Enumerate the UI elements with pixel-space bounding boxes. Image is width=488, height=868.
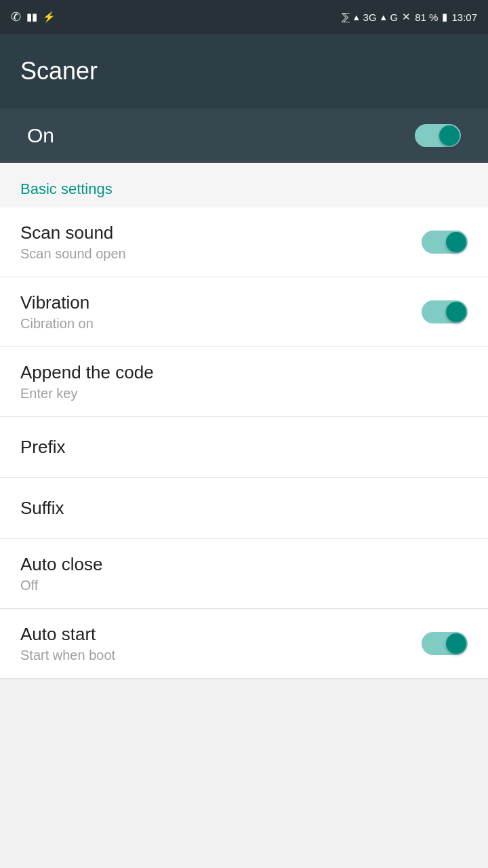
app-title: Scaner [20,57,98,85]
setting-item-auto-close[interactable]: Auto close Off [0,539,488,609]
main-toggle-row[interactable]: On [0,108,488,163]
setting-item-suffix[interactable]: Suffix [0,478,488,539]
scan-sound-label: Scan sound [20,222,126,243]
settings-content: Basic settings Scan sound Scan sound ope… [0,163,488,679]
append-code-desc: Enter key [20,386,154,401]
main-toggle-switch[interactable] [415,124,461,147]
auto-start-knob [446,633,466,654]
main-toggle-label: On [27,124,54,147]
vibration-knob [446,302,466,322]
network-x-icon: ✕ [402,11,411,23]
prefix-label: Prefix [20,437,65,458]
wifi-icon: ▴ [354,11,359,23]
main-toggle-knob [439,125,460,146]
setting-item-vibration[interactable]: Vibration Cibration on [0,277,488,347]
flash-icon: ⚡ [43,11,56,23]
section-header: Basic settings [0,163,488,208]
auto-close-label: Auto close [20,554,102,575]
battery-level: 81 % [415,12,438,23]
status-bar: ✆ ▮▮ ⚡ ⅀ ▴ 3G ▴ G ✕ 81 % ▮ 13:07 [0,0,488,34]
vibration-toggle[interactable] [422,300,468,323]
scan-sound-knob [446,232,466,252]
setting-item-scan-sound[interactable]: Scan sound Scan sound open [0,208,488,277]
network-3g: 3G [363,12,377,23]
phone-icon: ✆ [11,9,21,24]
setting-text-scan-sound: Scan sound Scan sound open [20,222,126,262]
time-display: 13:07 [451,12,477,23]
auto-start-label: Auto start [20,624,115,645]
section-title: Basic settings [20,180,113,197]
setting-text-vibration: Vibration Cibration on [20,292,94,332]
setting-item-append-code[interactable]: Append the code Enter key [0,347,488,417]
setting-item-prefix[interactable]: Prefix [0,417,488,478]
network-g: G [390,12,399,23]
setting-text-prefix: Prefix [20,437,65,458]
vibration-desc: Cibration on [20,316,94,332]
status-right-icons: ⅀ ▴ 3G ▴ G ✕ 81 % ▮ 13:07 [342,11,477,23]
barcode-icon: ▮▮ [26,11,37,23]
setting-item-auto-start[interactable]: Auto start Start when boot [0,609,488,679]
scan-sound-toggle[interactable] [422,231,468,254]
battery-icon: ▮ [442,11,447,23]
setting-text-append-code: Append the code Enter key [20,362,154,401]
auto-close-desc: Off [20,578,102,593]
suffix-label: Suffix [20,498,64,519]
app-bar: Scaner [0,34,488,108]
status-left-icons: ✆ ▮▮ ⚡ [11,9,56,24]
setting-text-auto-close: Auto close Off [20,554,102,593]
signal-icon: ▴ [381,11,386,23]
auto-start-desc: Start when boot [20,648,115,663]
auto-start-toggle[interactable] [422,632,468,655]
scan-sound-desc: Scan sound open [20,246,126,262]
bluetooth-icon: ⅀ [342,11,350,23]
append-code-label: Append the code [20,362,154,383]
setting-text-suffix: Suffix [20,498,64,519]
setting-text-auto-start: Auto start Start when boot [20,624,115,663]
vibration-label: Vibration [20,292,94,313]
